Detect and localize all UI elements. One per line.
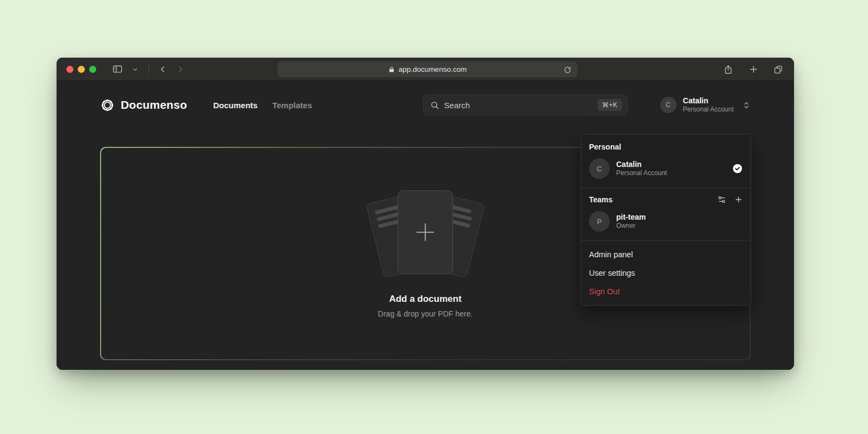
document-stack-icon — [365, 189, 485, 277]
avatar: C — [589, 158, 610, 179]
avatar: C — [660, 97, 677, 113]
reload-icon[interactable] — [562, 64, 573, 75]
account-name: Catalin — [683, 96, 734, 106]
teams-section-label: Teams — [589, 195, 612, 204]
browser-toolbar: app.documenso.com — [57, 58, 794, 81]
manage-teams-icon[interactable] — [717, 195, 726, 204]
main-nav: Documents Templates — [213, 101, 312, 110]
brand[interactable]: Documenso — [100, 98, 187, 113]
account-menu-button[interactable]: C Catalin Personal Account — [660, 96, 751, 114]
close-button[interactable] — [66, 66, 73, 73]
team-name: pit-team — [616, 212, 646, 222]
personal-account-item[interactable]: C Catalin Personal Account — [581, 154, 751, 183]
app-header: Documenso Documents Templates ⌘+K C Cata… — [100, 94, 751, 116]
account-subtitle: Personal Account — [683, 106, 734, 114]
zoom-button[interactable] — [89, 66, 96, 73]
plus-icon — [413, 220, 438, 245]
dropzone-title: Add a document — [389, 294, 461, 305]
url-text: app.documenso.com — [399, 65, 467, 73]
account-dropdown-menu: Personal C Catalin Personal Account Team… — [581, 134, 751, 306]
nav-templates[interactable]: Templates — [272, 101, 312, 110]
menu-divider — [581, 188, 751, 188]
browser-window: app.documenso.com — [57, 58, 794, 370]
app-content: Documenso Documents Templates ⌘+K C Cata… — [57, 94, 794, 370]
account-name: Catalin — [616, 159, 667, 169]
tabs-overview-icon[interactable] — [771, 63, 785, 77]
check-circle-icon — [732, 163, 743, 174]
add-document-card — [398, 190, 453, 274]
search-icon — [430, 101, 439, 110]
brand-name: Documenso — [121, 98, 187, 111]
add-team-icon[interactable] — [734, 195, 743, 204]
search-input[interactable] — [444, 101, 593, 110]
menu-item-user-settings[interactable]: User settings — [581, 264, 751, 282]
lock-icon — [388, 66, 395, 73]
share-icon[interactable] — [721, 63, 735, 77]
dropzone-subtitle: Drag & drop your PDF here. — [378, 309, 473, 318]
menu-item-admin-panel[interactable]: Admin panel — [581, 245, 751, 264]
team-role: Owner — [616, 222, 646, 231]
toolbar-right-controls — [721, 58, 785, 81]
chevron-down-icon[interactable] — [128, 62, 142, 76]
account-subtitle: Personal Account — [616, 169, 667, 178]
forward-icon — [173, 62, 187, 76]
search-box[interactable]: ⌘+K — [423, 95, 628, 115]
keyboard-shortcut-badge: ⌘+K — [598, 99, 622, 111]
personal-section-label: Personal — [581, 140, 751, 154]
nav-documents[interactable]: Documents — [213, 101, 258, 110]
address-bar[interactable]: app.documenso.com — [277, 61, 578, 77]
team-item[interactable]: P pit-team Owner — [581, 207, 751, 236]
traffic-lights — [57, 66, 96, 73]
new-tab-icon[interactable] — [746, 63, 760, 77]
menu-divider — [581, 240, 751, 241]
team-avatar: P — [589, 211, 610, 232]
menu-item-sign-out[interactable]: Sign Out — [581, 282, 751, 301]
back-icon[interactable] — [156, 62, 170, 76]
teams-section-header: Teams — [581, 193, 751, 207]
chevrons-up-down-icon — [742, 101, 751, 109]
minimize-button[interactable] — [78, 66, 85, 73]
toolbar-left-controls — [110, 62, 187, 76]
toolbar-divider — [148, 64, 149, 74]
documenso-logo-icon — [100, 98, 115, 113]
sidebar-toggle-icon[interactable] — [110, 62, 125, 76]
